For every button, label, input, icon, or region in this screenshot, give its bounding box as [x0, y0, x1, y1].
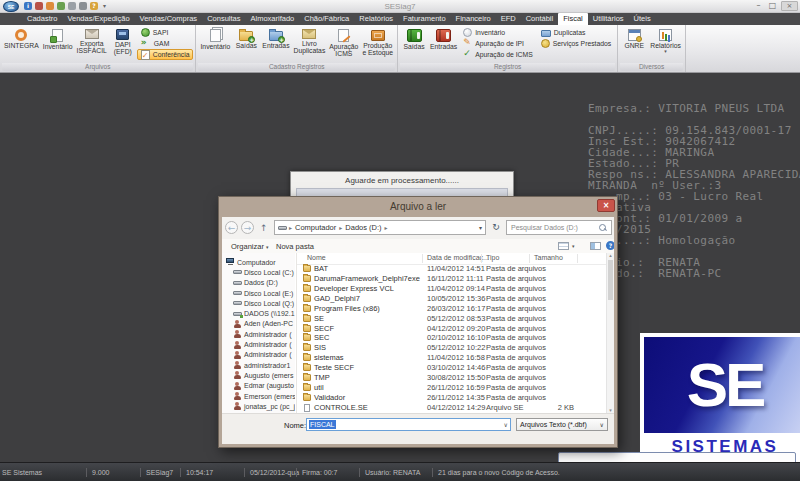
ribbon-button-livro-duplicatas[interactable]: Livro Duplicatas — [292, 26, 328, 63]
nav-item-administrador[interactable]: Administrador ( — [222, 339, 295, 349]
column-header-data-de-modificac[interactable]: Data de modificaç... — [427, 254, 489, 261]
tab-consultas[interactable]: Consultas — [202, 13, 245, 25]
ribbon-button-producao-e-estoque[interactable]: Produção e Estoque — [360, 26, 395, 63]
breadcrumb-item-computador[interactable]: Computador — [294, 223, 337, 232]
tab-vendas-compras[interactable]: Vendas/Compras — [135, 13, 203, 25]
scroll-thumb[interactable] — [608, 260, 613, 300]
tab-utilitarios[interactable]: Utilitários — [588, 13, 629, 25]
file-row-validador[interactable]: Validador26/11/2012 14:35Pasta de arquiv… — [297, 393, 606, 403]
ribbon-button-gam[interactable]: GAM — [137, 38, 194, 49]
nav-item-disco-local-e[interactable]: Disco Local (E:) — [222, 288, 295, 298]
ribbon-button-entradas[interactable]: Entradas — [260, 26, 291, 63]
dialog-close-button[interactable]: × — [597, 199, 615, 212]
chevron-down-icon[interactable]: ∨ — [504, 422, 508, 428]
nav-item-disco-local-c[interactable]: Disco Local (C:) — [222, 267, 295, 277]
notes-icon[interactable] — [35, 2, 43, 10]
app-menu-button[interactable]: SE — [3, 1, 19, 12]
new-folder-button[interactable]: Nova pasta — [276, 242, 314, 251]
tab-cadastro[interactable]: Cadastro — [22, 13, 62, 25]
nav-item-aden-aden-pc[interactable]: Aden (Aden-PC — [222, 319, 295, 329]
ribbon-button-sintegra[interactable]: SINTEGRA — [2, 26, 41, 63]
tab-almoxarifado[interactable]: Almoxarifado — [245, 13, 299, 25]
ribbon-button-inventario[interactable]: Inventário — [41, 26, 75, 63]
help-icon[interactable]: ? — [606, 241, 614, 250]
file-row-controle-se[interactable]: CONTROLE.SE04/12/2012 14:29Arquivo SE2 K… — [297, 403, 606, 413]
scroll-up-icon[interactable]: ▴ — [607, 253, 614, 258]
tab-chao-fabrica[interactable]: Chão/Fábrica — [299, 13, 354, 25]
printer-icon[interactable] — [68, 2, 76, 10]
column-header-nome[interactable]: Nome — [307, 254, 326, 261]
nav-item-emerson-emers[interactable]: Emerson (emers — [222, 391, 295, 401]
ribbon-button-entradas[interactable]: Entradas — [428, 26, 459, 63]
filename-input[interactable]: FISCAL ∨ — [306, 418, 511, 431]
file-row-developer-express-vcl[interactable]: Developer Express VCL11/04/2012 09:14Pas… — [297, 284, 606, 294]
refresh-button[interactable]: ↻ — [489, 220, 503, 235]
nav-item-jonatas-pc-pc-j[interactable]: jonatas_pc (pc_j — [222, 401, 295, 411]
forward-button[interactable]: → — [241, 221, 254, 234]
ribbon-button-saidas[interactable]: Saídas — [232, 26, 260, 63]
nav-item-dados-d[interactable]: Dados (D:) — [222, 278, 295, 288]
filetype-select[interactable]: Arquivos Texto (*.dbf) ∨ — [516, 418, 608, 431]
info-icon[interactable]: i — [24, 2, 32, 10]
column-header-tamanho[interactable]: Tamanho — [534, 254, 563, 261]
file-row-darumaframework-delphi7exe[interactable]: DarumaFramework_Delphi7exe16/11/2012 11:… — [297, 274, 606, 284]
preview-pane-icon[interactable] — [590, 242, 601, 250]
breadcrumb-dropdown-icon[interactable]: ▾ — [479, 225, 482, 231]
tab-efd[interactable]: EFD — [496, 13, 521, 25]
file-row-gad-delphi7[interactable]: GAD_Delphi710/05/2012 15:36Pasta de arqu… — [297, 294, 606, 304]
ribbon-button-duplicatas[interactable]: Duplicatas — [537, 27, 616, 38]
nav-item-dados-192-1[interactable]: DADOS (\\192.1 — [222, 308, 295, 318]
file-row-bat[interactable]: BAT11/04/2012 14:51Pasta de arquivos — [297, 264, 606, 274]
file-list-scrollbar[interactable]: ▴ ▾ — [606, 253, 614, 413]
tab-uteis[interactable]: Úteis — [629, 13, 656, 25]
organize-button[interactable]: Organizar ▾ — [231, 242, 269, 251]
nav-item-augusto-emers[interactable]: Augusto (emers — [222, 370, 295, 380]
ribbon-button-servicos-prestados[interactable]: Serviços Prestados — [537, 38, 616, 49]
tab-faturamento[interactable]: Faturamento — [398, 13, 451, 25]
file-row-secf[interactable]: SECF04/12/2012 09:20Pasta de arquivos — [297, 324, 606, 334]
tab-vendas-expedicao[interactable]: Vendas/Expedição — [62, 13, 134, 25]
file-row-tmp[interactable]: TMP30/08/2012 15:50Pasta de arquivos — [297, 373, 606, 383]
back-button[interactable]: ← — [225, 221, 238, 234]
ribbon-button-saidas[interactable]: Saídas — [400, 26, 428, 63]
file-row-se[interactable]: SE05/12/2012 08:53Pasta de arquivos — [297, 314, 606, 324]
ribbon-button-apuracao-de-icms[interactable]: Apuração de ICMS — [459, 49, 536, 60]
ribbon-button-apuracao-de-ipi[interactable]: Apuração de IPI — [459, 38, 536, 49]
views-dropdown-icon[interactable]: ▾ — [572, 243, 575, 250]
column-header-tipo[interactable]: Tipo — [486, 254, 499, 261]
ribbon-button-inventario[interactable]: Inventário — [198, 26, 232, 63]
minimize-button[interactable]: – — [753, 1, 764, 11]
mail-icon[interactable] — [46, 2, 54, 10]
ribbon-button-apuracao-icms[interactable]: Apuração ICMS — [327, 26, 360, 63]
nav-item-administrador[interactable]: Administrador ( — [222, 329, 295, 339]
views-icon[interactable] — [558, 242, 569, 250]
close-button[interactable]: × — [781, 1, 798, 11]
nav-item-disco-local-q[interactable]: Disco Local (Q:) — [222, 298, 295, 308]
chart-icon[interactable] — [57, 2, 65, 10]
help-icon[interactable]: ? — [90, 2, 98, 10]
nav-item-edmar-augusto[interactable]: Edmar (augusto — [222, 381, 295, 391]
tab-fiscal[interactable]: Fiscal — [558, 13, 588, 25]
ribbon-button-relatorios[interactable]: Relatórios▾ — [648, 26, 683, 63]
file-row-sistemas[interactable]: sistemas11/04/2012 16:58Pasta de arquivo… — [297, 353, 606, 363]
tools-icon[interactable] — [79, 2, 87, 10]
qat-dropdown-icon[interactable]: ▾ — [103, 2, 106, 10]
file-row-sis[interactable]: SIS05/12/2012 10:22Pasta de arquivos — [297, 343, 606, 353]
tab-contabil[interactable]: Contábil — [521, 13, 559, 25]
file-row-teste-secf[interactable]: Teste SECF03/10/2012 14:46Pasta de arqui… — [297, 363, 606, 373]
ribbon-button-dapi-efd[interactable]: DAPI (EFD) — [109, 26, 137, 63]
file-row-sec[interactable]: SEC02/10/2012 16:10Pasta de arquivos — [297, 333, 606, 343]
ribbon-button-gnre[interactable]: GNRE — [620, 26, 648, 63]
breadcrumb-item-dados-d[interactable]: Dados (D:) — [344, 223, 382, 232]
ribbon-button-inventario[interactable]: Inventário — [459, 27, 536, 38]
up-button[interactable]: ↑ — [260, 222, 268, 234]
file-row-program-files-x86[interactable]: Program Files (x86)26/03/2012 16:17Pasta… — [297, 304, 606, 314]
nav-item-administrador[interactable]: Administrador ( — [222, 350, 295, 360]
tab-financeiro[interactable]: Financeiro — [451, 13, 496, 25]
ribbon-button-conferencia[interactable]: Conferência — [137, 49, 194, 60]
search-box[interactable]: Pesquisar Dados (D:) — [506, 220, 612, 235]
tab-relatorios[interactable]: Relatórios — [354, 13, 398, 25]
ribbon-button-exporta-issfacil[interactable]: Exporta ISSFÁCIL — [75, 26, 109, 63]
nav-item-computador[interactable]: Computador — [222, 257, 295, 267]
file-row-util[interactable]: util26/11/2012 16:59Pasta de arquivos — [297, 383, 606, 393]
